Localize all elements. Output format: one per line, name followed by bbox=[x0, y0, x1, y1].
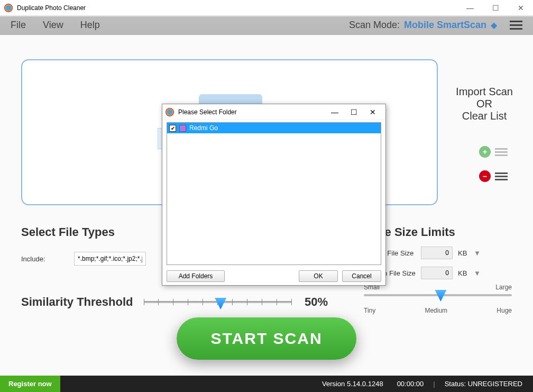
similarity-section: Similarity Threshold 50% bbox=[21, 295, 328, 309]
add-list-button[interactable]: + bbox=[479, 146, 508, 158]
cancel-button[interactable]: Cancel bbox=[342, 270, 381, 282]
dialog-titlebar: Please Select Folder — ☐ ✕ bbox=[162, 104, 385, 120]
plus-icon: + bbox=[479, 146, 491, 158]
select-folder-dialog: Please Select Folder — ☐ ✕ ✔ Redmi Go Ad… bbox=[162, 104, 386, 286]
version-label: Version 5.14.0.1248 bbox=[322, 380, 383, 388]
size-slider-tiny: Tiny bbox=[364, 307, 375, 314]
divider: | bbox=[433, 380, 435, 388]
dialog-title: Please Select Folder bbox=[178, 108, 325, 116]
close-button[interactable]: ✕ bbox=[513, 2, 529, 14]
similarity-value: 50% bbox=[305, 295, 328, 309]
size-slider-huge: Huge bbox=[497, 307, 512, 314]
dialog-close-button[interactable]: ✕ bbox=[363, 108, 382, 116]
size-slider[interactable] bbox=[364, 294, 512, 296]
size-slider-medium: Medium bbox=[425, 307, 447, 314]
add-folders-button[interactable]: Add Folders bbox=[167, 270, 225, 282]
app-icon bbox=[4, 4, 13, 12]
time-label: 00:00:00 bbox=[397, 380, 424, 388]
dialog-maximize-button[interactable]: ☐ bbox=[344, 108, 363, 116]
folder-name: Redmi Go bbox=[189, 124, 218, 132]
status-bar: Register now Version 5.14.0.1248 00:00:0… bbox=[0, 376, 533, 392]
max-size-input[interactable] bbox=[421, 267, 453, 279]
similarity-slider[interactable] bbox=[144, 297, 292, 307]
device-icon bbox=[179, 125, 186, 132]
minus-icon: – bbox=[479, 170, 491, 182]
size-slider-large: Large bbox=[495, 284, 512, 291]
app-title: Duplicate Photo Cleaner bbox=[17, 4, 462, 12]
size-slider-indicator-icon[interactable] bbox=[435, 290, 446, 302]
include-label: Include: bbox=[21, 255, 63, 263]
import-scan-label: Import Scan bbox=[453, 86, 516, 98]
min-size-unit: KB bbox=[458, 249, 468, 257]
include-input[interactable] bbox=[74, 252, 146, 266]
max-size-unit: KB bbox=[458, 269, 468, 277]
list-icon bbox=[495, 172, 508, 180]
folder-checkbox[interactable]: ✔ bbox=[169, 125, 176, 132]
start-scan-button[interactable]: START SCAN bbox=[177, 317, 356, 360]
min-size-input[interactable] bbox=[421, 247, 453, 259]
remove-list-button[interactable]: – bbox=[479, 170, 508, 182]
or-label: OR bbox=[453, 98, 516, 110]
dialog-app-icon bbox=[166, 108, 174, 116]
maximize-button[interactable]: ☐ bbox=[488, 2, 503, 14]
dialog-minimize-button[interactable]: — bbox=[325, 108, 344, 116]
min-size-dropdown-icon[interactable]: ▼ bbox=[474, 249, 481, 257]
minimize-button[interactable]: — bbox=[462, 2, 478, 14]
max-size-dropdown-icon[interactable]: ▼ bbox=[474, 269, 481, 277]
folder-list[interactable]: ✔ Redmi Go bbox=[167, 122, 381, 265]
clear-list-label: Clear List bbox=[453, 110, 516, 122]
similarity-title: Similarity Threshold bbox=[21, 295, 133, 309]
status-label: Status: UNREGISTERED bbox=[445, 380, 522, 388]
folder-row[interactable]: ✔ Redmi Go bbox=[167, 123, 381, 133]
register-button[interactable]: Register now bbox=[0, 376, 60, 392]
window-titlebar: Duplicate Photo Cleaner — ☐ ✕ bbox=[0, 0, 533, 16]
list-icon bbox=[495, 148, 508, 156]
right-actions: Import Scan OR Clear List bbox=[453, 86, 516, 122]
size-slider-section: Small Large Tiny Medium Huge bbox=[364, 284, 512, 314]
ok-button[interactable]: OK bbox=[299, 270, 338, 282]
